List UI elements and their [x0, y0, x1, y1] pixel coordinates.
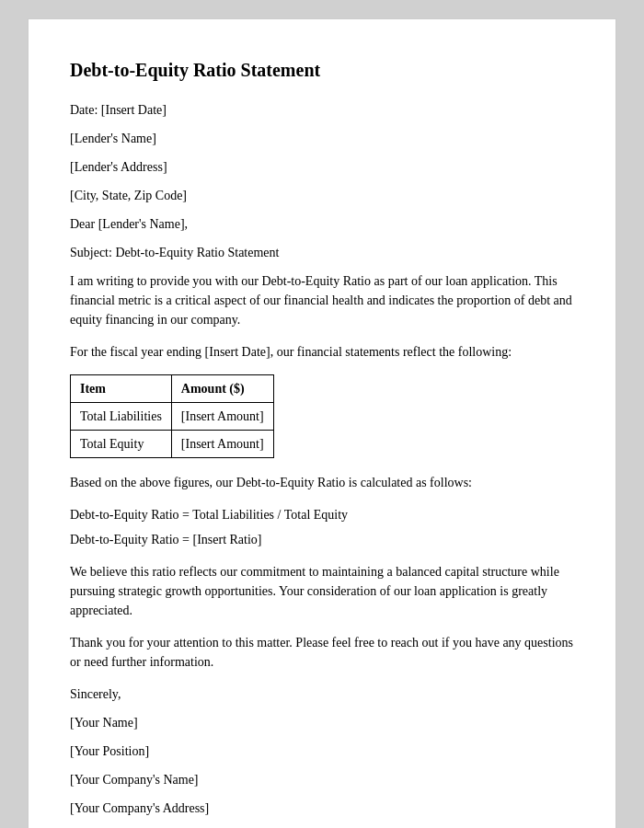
sincerely: Sincerely, [70, 684, 574, 704]
based-on-line: Based on the above figures, our Debt-to-… [70, 473, 574, 492]
intro-paragraph: I am writing to provide you with our Deb… [70, 271, 574, 329]
table-cell-equity-amount: [Insert Amount] [171, 431, 273, 458]
table-row: Total Equity [Insert Amount] [71, 431, 274, 458]
fiscal-year-line: For the fiscal year ending [Insert Date]… [70, 342, 574, 362]
document: Debt-to-Equity Ratio Statement Date: [In… [28, 18, 616, 828]
your-position: [Your Position] [70, 742, 574, 761]
table-header-row: Item Amount ($) [71, 375, 274, 403]
formula-line: Debt-to-Equity Ratio = Total Liabilities… [70, 505, 574, 524]
your-name: [Your Name] [70, 713, 574, 732]
your-company-name: [Your Company's Name] [70, 770, 574, 789]
table-cell-liabilities-label: Total Liabilities [71, 403, 172, 431]
financial-table: Item Amount ($) Total Liabilities [Inser… [70, 374, 274, 458]
your-company-address: [Your Company's Address] [70, 799, 574, 818]
date-line: Date: [Insert Date] [70, 100, 574, 120]
lender-address: [Lender's Address] [70, 157, 574, 177]
salutation: Dear [Lender's Name], [70, 214, 574, 234]
table-cell-equity-label: Total Equity [71, 431, 172, 458]
belief-paragraph: We believe this ratio reflects our commi… [70, 562, 574, 620]
table-row: Total Liabilities [Insert Amount] [71, 403, 274, 431]
table-header-item: Item [71, 375, 172, 403]
thank-you-paragraph: Thank you for your attention to this mat… [70, 633, 574, 672]
subject-line: Subject: Debt-to-Equity Ratio Statement [70, 243, 574, 262]
table-header-amount: Amount ($) [171, 375, 273, 403]
lender-city: [City, State, Zip Code] [70, 186, 574, 205]
table-cell-liabilities-amount: [Insert Amount] [171, 403, 273, 431]
document-title: Debt-to-Equity Ratio Statement [70, 56, 574, 84]
ratio-line: Debt-to-Equity Ratio = [Insert Ratio] [70, 530, 574, 549]
lender-name: [Lender's Name] [70, 129, 574, 148]
